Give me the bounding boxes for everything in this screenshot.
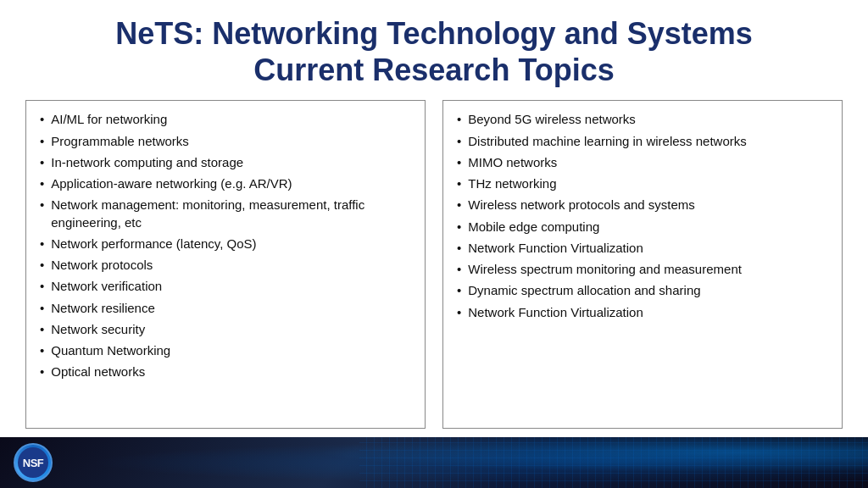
footer: NSF <box>0 437 868 488</box>
list-item: Mobile edge computing <box>457 219 828 236</box>
list-item: Network verification <box>40 278 411 295</box>
list-item: Network Function Virtualization <box>457 240 828 257</box>
page-title: NeTS: Networking Technology and Systems … <box>25 15 843 88</box>
list-item: Programmable networks <box>40 133 411 150</box>
list-item: Network security <box>40 321 411 338</box>
list-item: THz networking <box>457 175 828 192</box>
left-box: AI/ML for networkingProgrammable network… <box>25 100 426 429</box>
page-header: NeTS: Networking Technology and Systems … <box>0 0 868 100</box>
right-box: Beyond 5G wireless networksDistributed m… <box>442 100 843 429</box>
list-item: Network resilience <box>40 300 411 317</box>
list-item: Network protocols <box>40 257 411 274</box>
nsf-logo-text: NSF <box>18 447 48 478</box>
list-item: MIMO networks <box>457 154 828 171</box>
nsf-logo: NSF <box>14 443 53 482</box>
list-item: Beyond 5G wireless networks <box>457 111 828 128</box>
list-item: Network performance (latency, QoS) <box>40 236 411 252</box>
list-item: Wireless spectrum monitoring and measure… <box>457 261 828 278</box>
list-item: Application-aware networking (e.g. AR/VR… <box>40 175 411 192</box>
list-item: Optical networks <box>40 363 411 380</box>
list-item: Wireless network protocols and systems <box>457 197 828 214</box>
list-item: Quantum Networking <box>40 342 411 359</box>
list-item: In-network computing and storage <box>40 154 411 171</box>
list-item: Network management: monitoring, measurem… <box>40 197 411 231</box>
list-item: AI/ML for networking <box>40 111 411 128</box>
left-topic-list: AI/ML for networkingProgrammable network… <box>40 111 411 385</box>
list-item: Network Function Virtualization <box>457 304 828 321</box>
right-topic-list: Beyond 5G wireless networksDistributed m… <box>457 111 828 325</box>
content-area: AI/ML for networkingProgrammable network… <box>0 100 868 437</box>
footer-grid <box>359 437 868 488</box>
list-item: Dynamic spectrum allocation and sharing <box>457 282 828 299</box>
list-item: Distributed machine learning in wireless… <box>457 133 828 150</box>
